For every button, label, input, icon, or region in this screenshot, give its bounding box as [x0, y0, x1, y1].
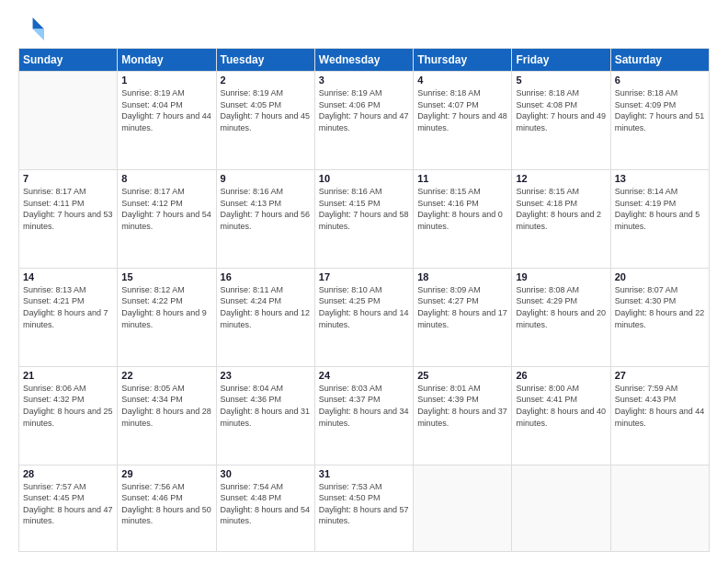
- day-info: Sunrise: 8:14 AMSunset: 4:19 PMDaylight:…: [615, 186, 705, 232]
- day-info: Sunrise: 8:05 AMSunset: 4:34 PMDaylight:…: [121, 383, 211, 429]
- calendar-cell: 1Sunrise: 8:19 AMSunset: 4:04 PMDaylight…: [118, 72, 216, 170]
- day-number: 30: [221, 468, 311, 479]
- logo: [18, 15, 48, 40]
- day-number: 29: [121, 468, 211, 479]
- calendar-cell: 21Sunrise: 8:06 AMSunset: 4:32 PMDayligh…: [19, 366, 118, 465]
- calendar-cell: 31Sunrise: 7:53 AMSunset: 4:50 PMDayligh…: [314, 465, 413, 551]
- day-number: 24: [319, 370, 409, 381]
- day-info: Sunrise: 8:11 AMSunset: 4:24 PMDaylight:…: [221, 284, 311, 330]
- day-info: Sunrise: 8:19 AMSunset: 4:06 PMDaylight:…: [319, 87, 409, 133]
- calendar-cell: 15Sunrise: 8:12 AMSunset: 4:22 PMDayligh…: [118, 268, 216, 366]
- calendar-cell: 16Sunrise: 8:11 AMSunset: 4:24 PMDayligh…: [216, 268, 314, 366]
- day-info: Sunrise: 8:04 AMSunset: 4:36 PMDaylight:…: [221, 383, 311, 429]
- day-info: Sunrise: 8:13 AMSunset: 4:21 PMDaylight:…: [23, 284, 113, 330]
- day-info: Sunrise: 8:12 AMSunset: 4:22 PMDaylight:…: [121, 284, 211, 330]
- day-number: 7: [23, 173, 113, 184]
- day-info: Sunrise: 8:19 AMSunset: 4:04 PMDaylight:…: [121, 87, 211, 133]
- day-number: 20: [615, 271, 705, 282]
- day-number: 22: [121, 370, 211, 381]
- day-info: Sunrise: 8:18 AMSunset: 4:08 PMDaylight:…: [516, 87, 606, 133]
- day-number: 10: [319, 173, 409, 184]
- weekday-header-friday: Friday: [512, 49, 610, 72]
- calendar-cell: 4Sunrise: 8:18 AMSunset: 4:07 PMDaylight…: [414, 72, 512, 170]
- day-number: 11: [417, 173, 507, 184]
- weekday-header-saturday: Saturday: [610, 49, 709, 72]
- day-info: Sunrise: 8:09 AMSunset: 4:27 PMDaylight:…: [417, 284, 507, 330]
- calendar-cell: 30Sunrise: 7:54 AMSunset: 4:48 PMDayligh…: [216, 465, 314, 551]
- calendar-cell: 3Sunrise: 8:19 AMSunset: 4:06 PMDaylight…: [314, 72, 413, 170]
- svg-marker-1: [33, 29, 44, 40]
- day-number: 28: [23, 468, 113, 479]
- calendar-cell: 26Sunrise: 8:00 AMSunset: 4:41 PMDayligh…: [512, 366, 610, 465]
- weekday-header-sunday: Sunday: [19, 49, 118, 72]
- day-number: 17: [319, 271, 409, 282]
- day-number: 13: [615, 173, 705, 184]
- day-info: Sunrise: 8:18 AMSunset: 4:09 PMDaylight:…: [615, 87, 705, 133]
- day-number: 19: [516, 271, 606, 282]
- calendar-cell: [19, 72, 118, 170]
- calendar-cell: 29Sunrise: 7:56 AMSunset: 4:46 PMDayligh…: [118, 465, 216, 551]
- day-number: 9: [221, 173, 311, 184]
- weekday-header-monday: Monday: [118, 49, 216, 72]
- day-number: 23: [221, 370, 311, 381]
- day-info: Sunrise: 8:18 AMSunset: 4:07 PMDaylight:…: [417, 87, 507, 133]
- day-number: 1: [121, 75, 211, 86]
- day-info: Sunrise: 8:10 AMSunset: 4:25 PMDaylight:…: [319, 284, 409, 330]
- calendar-cell: [414, 465, 512, 551]
- day-number: 3: [319, 75, 409, 86]
- calendar-cell: 24Sunrise: 8:03 AMSunset: 4:37 PMDayligh…: [314, 366, 413, 465]
- day-number: 14: [23, 271, 113, 282]
- day-info: Sunrise: 8:15 AMSunset: 4:18 PMDaylight:…: [516, 186, 606, 232]
- page: SundayMondayTuesdayWednesdayThursdayFrid…: [0, 0, 728, 563]
- weekday-header-thursday: Thursday: [414, 49, 512, 72]
- weekday-header-tuesday: Tuesday: [216, 49, 314, 72]
- calendar-table: SundayMondayTuesdayWednesdayThursdayFrid…: [18, 48, 710, 552]
- weekday-header-row: SundayMondayTuesdayWednesdayThursdayFrid…: [19, 49, 710, 72]
- day-info: Sunrise: 7:57 AMSunset: 4:45 PMDaylight:…: [23, 481, 113, 527]
- day-info: Sunrise: 7:56 AMSunset: 4:46 PMDaylight:…: [121, 481, 211, 527]
- calendar-cell: 12Sunrise: 8:15 AMSunset: 4:18 PMDayligh…: [512, 169, 610, 268]
- calendar-week-row: 1Sunrise: 8:19 AMSunset: 4:04 PMDaylight…: [19, 72, 710, 170]
- calendar-cell: 10Sunrise: 8:16 AMSunset: 4:15 PMDayligh…: [314, 169, 413, 268]
- day-info: Sunrise: 8:19 AMSunset: 4:05 PMDaylight:…: [221, 87, 311, 133]
- calendar-cell: [512, 465, 610, 551]
- calendar-cell: 11Sunrise: 8:15 AMSunset: 4:16 PMDayligh…: [414, 169, 512, 268]
- day-info: Sunrise: 8:16 AMSunset: 4:15 PMDaylight:…: [319, 186, 409, 232]
- day-number: 21: [23, 370, 113, 381]
- day-info: Sunrise: 8:08 AMSunset: 4:29 PMDaylight:…: [516, 284, 606, 330]
- calendar-cell: 17Sunrise: 8:10 AMSunset: 4:25 PMDayligh…: [314, 268, 413, 366]
- day-info: Sunrise: 7:54 AMSunset: 4:48 PMDaylight:…: [221, 481, 311, 527]
- day-info: Sunrise: 8:07 AMSunset: 4:30 PMDaylight:…: [615, 284, 705, 330]
- day-info: Sunrise: 8:15 AMSunset: 4:16 PMDaylight:…: [417, 186, 507, 232]
- day-number: 27: [615, 370, 705, 381]
- calendar-cell: 22Sunrise: 8:05 AMSunset: 4:34 PMDayligh…: [118, 366, 216, 465]
- calendar-cell: [610, 465, 709, 551]
- calendar-cell: 28Sunrise: 7:57 AMSunset: 4:45 PMDayligh…: [19, 465, 118, 551]
- day-number: 5: [516, 75, 606, 86]
- calendar-cell: 20Sunrise: 8:07 AMSunset: 4:30 PMDayligh…: [610, 268, 709, 366]
- day-number: 15: [121, 271, 211, 282]
- calendar-cell: 9Sunrise: 8:16 AMSunset: 4:13 PMDaylight…: [216, 169, 314, 268]
- calendar-cell: 6Sunrise: 8:18 AMSunset: 4:09 PMDaylight…: [610, 72, 709, 170]
- day-number: 12: [516, 173, 606, 184]
- calendar-cell: 13Sunrise: 8:14 AMSunset: 4:19 PMDayligh…: [610, 169, 709, 268]
- calendar-cell: 27Sunrise: 7:59 AMSunset: 4:43 PMDayligh…: [610, 366, 709, 465]
- day-info: Sunrise: 8:17 AMSunset: 4:12 PMDaylight:…: [121, 186, 211, 232]
- day-number: 2: [221, 75, 311, 86]
- calendar-cell: 7Sunrise: 8:17 AMSunset: 4:11 PMDaylight…: [19, 169, 118, 268]
- calendar-week-row: 28Sunrise: 7:57 AMSunset: 4:45 PMDayligh…: [19, 465, 710, 551]
- day-number: 8: [121, 173, 211, 184]
- calendar-cell: 14Sunrise: 8:13 AMSunset: 4:21 PMDayligh…: [19, 268, 118, 366]
- calendar-cell: 5Sunrise: 8:18 AMSunset: 4:08 PMDaylight…: [512, 72, 610, 170]
- logo-icon: [18, 15, 44, 40]
- day-number: 4: [417, 75, 507, 86]
- day-info: Sunrise: 8:16 AMSunset: 4:13 PMDaylight:…: [221, 186, 311, 232]
- calendar-cell: 8Sunrise: 8:17 AMSunset: 4:12 PMDaylight…: [118, 169, 216, 268]
- svg-marker-0: [33, 17, 44, 29]
- day-number: 16: [221, 271, 311, 282]
- day-info: Sunrise: 8:17 AMSunset: 4:11 PMDaylight:…: [23, 186, 113, 232]
- day-number: 31: [319, 468, 409, 479]
- day-info: Sunrise: 8:06 AMSunset: 4:32 PMDaylight:…: [23, 383, 113, 429]
- calendar-week-row: 14Sunrise: 8:13 AMSunset: 4:21 PMDayligh…: [19, 268, 710, 366]
- day-number: 18: [417, 271, 507, 282]
